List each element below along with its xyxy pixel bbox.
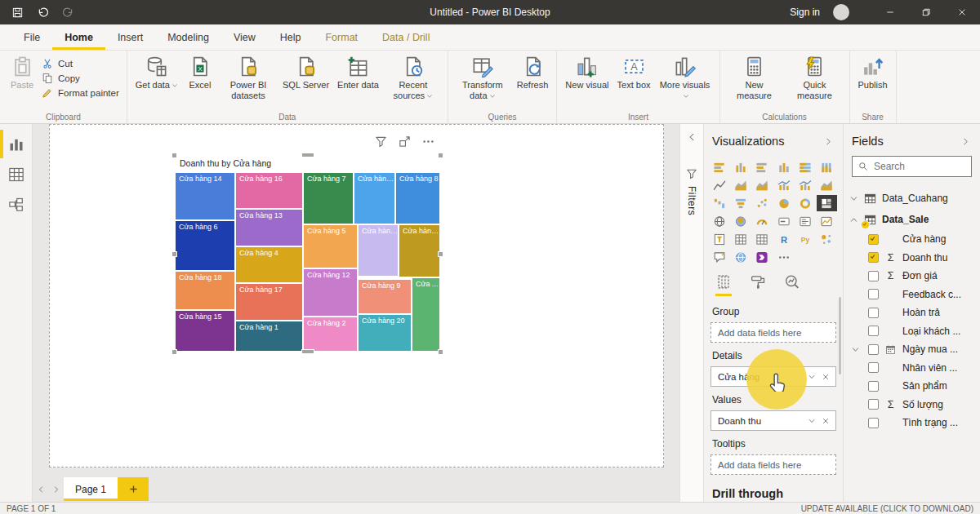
- treemap-tile[interactable]: Cửa hàng 1: [235, 321, 303, 352]
- viz-ribbon-chart-icon[interactable]: [817, 178, 836, 193]
- viz-power-automate-icon[interactable]: [753, 250, 772, 264]
- viz-clustered-bar-chart-icon[interactable]: [753, 160, 772, 175]
- new-page-button[interactable]: [118, 477, 149, 501]
- analytics-pane-tab[interactable]: [784, 274, 800, 294]
- viz-stacked-area-chart-icon[interactable]: [753, 178, 772, 193]
- viz-100-stacked-column-chart-icon[interactable]: [817, 160, 836, 175]
- save-icon[interactable]: [11, 7, 24, 19]
- ribbon-get-data-button[interactable]: Get data: [131, 51, 182, 91]
- field-row-ho-n-tr[interactable]: Hoàn trả: [844, 304, 980, 322]
- undo-icon[interactable]: [37, 7, 49, 19]
- chevron-down-icon[interactable]: [808, 373, 816, 381]
- selection-handle[interactable]: [438, 251, 443, 257]
- field-row-ng-y-mua[interactable]: Ngày mua ...: [844, 340, 980, 359]
- selection-handle[interactable]: [438, 153, 443, 158]
- treemap-tile[interactable]: Cửa hàng 4: [235, 246, 303, 284]
- chevron-down-icon[interactable]: [808, 417, 816, 425]
- remove-field-icon[interactable]: [822, 373, 830, 381]
- treemap-tile[interactable]: Cửa hàng 20: [358, 314, 412, 352]
- field-checkbox[interactable]: [868, 418, 879, 428]
- viz-arcgis-map-icon[interactable]: [731, 250, 750, 264]
- selection-handle[interactable]: [301, 349, 314, 354]
- menu-tab-file[interactable]: File: [11, 24, 52, 50]
- viz-key-influencers-icon[interactable]: [817, 232, 836, 246]
- treemap-tile[interactable]: Cửa hàng 8: [395, 172, 440, 224]
- next-page-arrow[interactable]: [48, 477, 64, 501]
- menu-tab-insert[interactable]: Insert: [105, 24, 155, 50]
- treemap-tile[interactable]: Cửa hàng 6: [175, 220, 235, 271]
- close-button[interactable]: [944, 0, 980, 24]
- menu-tab-home[interactable]: Home: [52, 24, 105, 50]
- viz-table-icon[interactable]: [753, 232, 772, 246]
- chevron-down-icon[interactable]: [851, 345, 862, 354]
- ribbon-sql-server-button[interactable]: SQL Server: [278, 51, 333, 91]
- viz-qa-visual-icon[interactable]: [710, 250, 728, 264]
- field-row-lo-i-kh-ch[interactable]: Loại khách ...: [844, 322, 980, 341]
- menu-tab-modeling[interactable]: Modeling: [155, 24, 221, 50]
- treemap-tile[interactable]: Cửa hàng 13: [235, 209, 303, 246]
- expand-filters-icon[interactable]: [687, 132, 697, 142]
- collapse-visualizations-icon[interactable]: [824, 137, 833, 146]
- visual-filter-icon[interactable]: [375, 135, 387, 148]
- menu-tab-data-drill[interactable]: Data / Drill: [370, 24, 442, 50]
- ribbon-more-visuals-button[interactable]: More visuals: [655, 51, 715, 102]
- tooltips-field-well[interactable]: Add data fields here: [710, 454, 836, 475]
- ribbon-cut-button[interactable]: Cut: [42, 58, 119, 69]
- menu-tab-format[interactable]: Format: [313, 24, 370, 50]
- ribbon-copy-button[interactable]: Copy: [42, 73, 119, 84]
- ribbon-format-painter-button[interactable]: Format painter: [42, 87, 119, 99]
- field-row-feedback-c[interactable]: Feedback c...: [844, 286, 980, 304]
- treemap-tile[interactable]: Cửa hàng 17: [235, 283, 303, 320]
- viz-multi-row-card-icon[interactable]: [795, 214, 814, 228]
- ribbon-refresh-button[interactable]: Refresh: [513, 51, 553, 91]
- treemap-tile[interactable]: Cửa hàng 9: [358, 279, 412, 314]
- ribbon-excel-button[interactable]: XExcel: [182, 51, 218, 91]
- ribbon-transform-data-button[interactable]: Transform data: [452, 51, 513, 102]
- ribbon-quick-measure-button[interactable]: Quick measure: [785, 51, 845, 101]
- treemap-tile[interactable]: Cửa hàng ...: [399, 224, 440, 278]
- viz-clustered-column-chart-icon[interactable]: [774, 160, 793, 175]
- field-checkbox[interactable]: [868, 326, 879, 336]
- viz-more-visuals-ellipsis-icon[interactable]: [774, 250, 793, 264]
- remove-field-icon[interactable]: [822, 417, 830, 425]
- ribbon-new-measure-button[interactable]: New measure: [724, 51, 785, 101]
- treemap-tile[interactable]: Cửa hàng 18: [175, 271, 235, 310]
- viz-card-icon[interactable]: [774, 214, 793, 228]
- details-field-well[interactable]: Cửa hàng: [710, 366, 836, 387]
- viz-donut-chart-icon[interactable]: [795, 196, 814, 210]
- viz-r-script-visual-icon[interactable]: R: [774, 232, 793, 246]
- ribbon-power-bi-datasets-button[interactable]: Power BI datasets: [218, 51, 278, 101]
- viz-kpi-icon[interactable]: [817, 214, 836, 228]
- field-row-nh-n-vi-n[interactable]: Nhân viên ...: [844, 359, 980, 378]
- field-checkbox[interactable]: [868, 289, 879, 299]
- ribbon-publish-button[interactable]: Publish: [854, 51, 892, 91]
- selection-handle[interactable]: [172, 349, 177, 355]
- values-field-well[interactable]: Doanh thu: [710, 410, 836, 431]
- field-checkbox[interactable]: [868, 381, 879, 392]
- field-checkbox[interactable]: [868, 252, 879, 263]
- table-row-data-cuahang[interactable]: Data_Cuahang: [844, 188, 980, 209]
- field-row-t-nh-tr-ng[interactable]: Tình trạng ...: [844, 414, 980, 432]
- viz-stacked-bar-chart-icon[interactable]: [710, 160, 728, 175]
- sign-in-button[interactable]: Sign in: [790, 7, 820, 18]
- field-checkbox[interactable]: [868, 344, 879, 355]
- table-row-data-sale[interactable]: Data_Sale: [844, 209, 980, 230]
- field-row-s-l-ng[interactable]: ΣSố lượng: [844, 396, 980, 414]
- format-pane-tab[interactable]: [750, 274, 766, 294]
- field-row-c-a-h-ng[interactable]: Cửa hàng: [844, 230, 980, 249]
- ribbon-enter-data-button[interactable]: Enter data: [333, 51, 383, 91]
- fields-pane-tab[interactable]: [715, 274, 732, 294]
- viz-waterfall-chart-icon[interactable]: [710, 196, 728, 210]
- viz-python-visual-icon[interactable]: Py: [795, 232, 814, 246]
- treemap-tile[interactable]: Cửa hàng ...: [358, 224, 399, 277]
- field-row-n-gi[interactable]: ΣĐơn giá: [844, 267, 980, 286]
- ribbon-new-visual-button[interactable]: New visual: [561, 51, 612, 91]
- collapse-fields-icon[interactable]: [961, 137, 970, 146]
- selection-handle[interactable]: [172, 153, 177, 158]
- ribbon-text-box-button[interactable]: AText box: [613, 51, 655, 91]
- field-checkbox[interactable]: [868, 234, 879, 245]
- page-tab[interactable]: Page 1: [64, 477, 118, 501]
- menu-tab-view[interactable]: View: [221, 24, 268, 50]
- viz-line-and-stacked-column-chart-icon[interactable]: [774, 178, 793, 193]
- viz-100-stacked-bar-chart-icon[interactable]: [795, 160, 814, 175]
